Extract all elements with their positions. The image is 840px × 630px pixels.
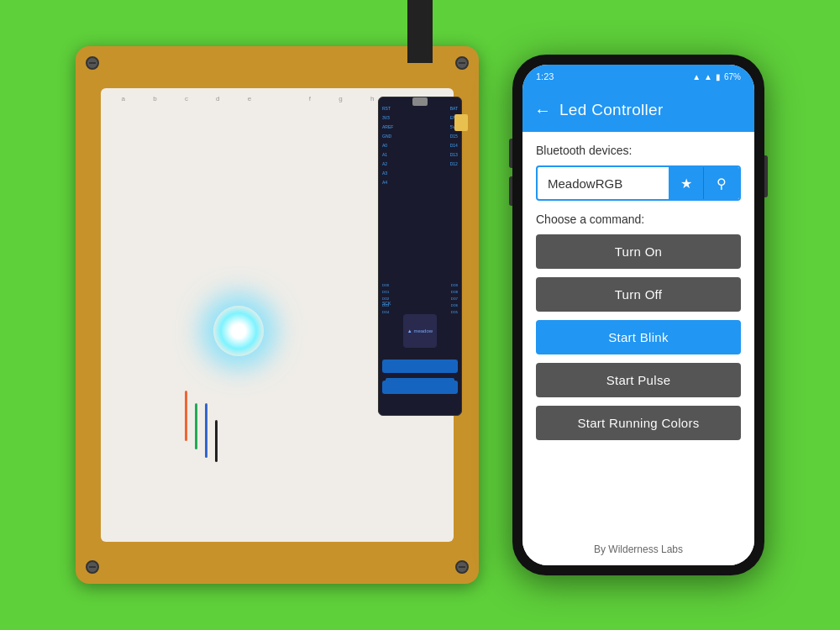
usb-port <box>412 97 428 106</box>
corner-screw-tl <box>86 56 99 70</box>
bluetooth-device-row: MeadowRGB ★ ⚲ <box>536 165 741 201</box>
blue-connector-bot <box>382 381 458 394</box>
turn-off-button[interactable]: Turn Off <box>536 277 741 312</box>
corner-screw-br <box>455 560 469 574</box>
blue-connector-top <box>382 360 458 373</box>
meadow-board: RST3V3AREFGND A0A1A2A3A4 BATEN5VD15 D14D… <box>378 97 462 416</box>
wire-red <box>185 391 187 441</box>
turn-on-button[interactable]: Turn On <box>536 234 741 269</box>
start-pulse-button[interactable]: Start Pulse <box>536 363 741 397</box>
back-button[interactable]: ← <box>534 102 551 118</box>
corner-screw-tr <box>455 56 469 70</box>
wifi-icon: ▲ <box>692 72 701 81</box>
command-label: Choose a command: <box>536 213 741 226</box>
usb-cable <box>407 0 433 63</box>
app-content: Bluetooth devices: MeadowRGB ★ ⚲ Choose … <box>522 132 754 533</box>
bluetooth-icon: ★ <box>680 176 692 192</box>
battery-percent: 67% <box>724 72 741 81</box>
connector <box>454 114 468 131</box>
app-title: Led Controller <box>559 101 664 119</box>
signal-icon: ▲ <box>704 72 712 81</box>
breadboard-bg: abcde · fghij 12345 678910 <box>76 46 479 584</box>
footer-text: By Wilderness Labs <box>594 543 683 555</box>
bluetooth-label: Bluetooth devices: <box>536 144 741 157</box>
phone-mockup: 1:23 ▲ ▲ ▮ 67% ← Led Controller Bluetoot… <box>512 55 764 575</box>
search-icon: ⚲ <box>717 176 727 192</box>
app-header: ← Led Controller <box>522 88 754 132</box>
wire-blue <box>205 403 207 458</box>
scene: abcde · fghij 12345 678910 <box>17 46 823 584</box>
wire-black <box>215 420 218 462</box>
corner-screw-bl <box>86 560 99 574</box>
start-blink-button[interactable]: Start Blink <box>536 320 741 354</box>
status-icons: ▲ ▲ ▮ 67% <box>692 72 741 81</box>
status-time: 1:23 <box>536 71 554 81</box>
search-device-button[interactable]: ⚲ <box>704 165 739 201</box>
app-footer: By Wilderness Labs <box>522 533 754 565</box>
meadow-logo: ▲ meadow <box>403 314 437 348</box>
volume-up-button <box>509 139 512 168</box>
battery-icon: ▮ <box>716 72 721 81</box>
wire-green <box>195 403 197 449</box>
phone-screen: 1:23 ▲ ▲ ▮ 67% ← Led Controller Bluetoot… <box>522 65 754 565</box>
power-button <box>764 155 768 197</box>
start-running-colors-button[interactable]: Start Running Colors <box>536 406 741 440</box>
status-bar: 1:23 ▲ ▲ ▮ 67% <box>522 65 754 88</box>
breadboard-container: abcde · fghij 12345 678910 <box>76 46 479 584</box>
bluetooth-icon-button[interactable]: ★ <box>669 165 704 201</box>
volume-down-button <box>509 176 512 206</box>
device-name-display: MeadowRGB <box>538 176 669 191</box>
